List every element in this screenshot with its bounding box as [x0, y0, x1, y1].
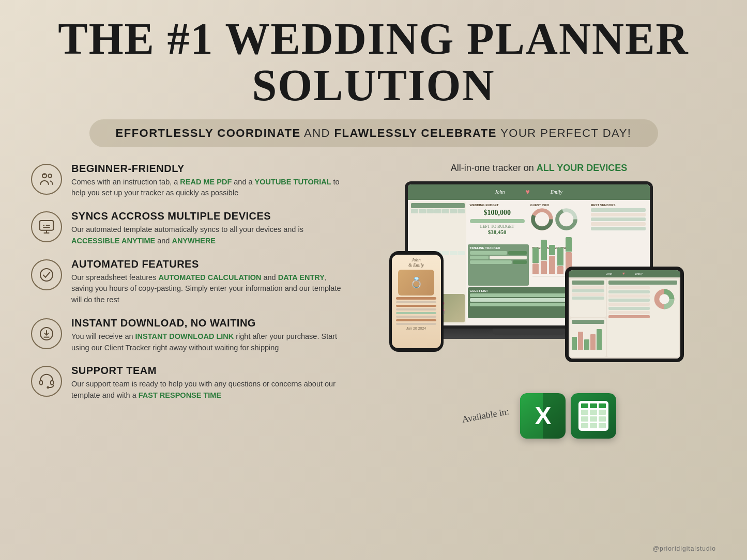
right-side: All-in-one tracker on ALL YOUR DEVICES J… [362, 163, 716, 439]
budget-amount: $100,000 [470, 209, 525, 217]
content-area: BEGINNER-FRIENDLY Comes with an instruct… [31, 163, 716, 439]
tablet-big-row [608, 307, 650, 310]
feature-automated-text: AUTOMATED FEATURES Our spreadsheet featu… [71, 258, 341, 306]
tablet-header: John ♥ Emily [569, 270, 680, 277]
phone-bar6 [396, 316, 436, 318]
sheets-cell-green [599, 403, 606, 409]
available-label: Available in: [461, 406, 510, 425]
guest-label: GUEST INFO [530, 204, 585, 207]
subtitle-banner: EFFORTLESSLY COORDINATE AND FLAWLESSLY C… [89, 119, 658, 147]
bar-budget [541, 261, 547, 274]
budget-bar [470, 219, 525, 223]
sheets-cell-light [581, 410, 588, 415]
feature-beginner-title: BEGINNER-FRIENDLY [71, 163, 341, 175]
sheets-cell-light [590, 416, 597, 422]
tablet-left [570, 279, 606, 357]
cal-cell [450, 209, 457, 213]
guest-donut [530, 208, 585, 241]
title-line1: THE #1 WEDDING PLANNER [58, 14, 689, 64]
sheets-cell-light [581, 416, 588, 422]
tracker-panel: TIMELINE TRACKER [468, 244, 529, 286]
phone-screen: John& Emily 💍 Jun 20 2024 [392, 255, 441, 348]
cal-cell [458, 209, 465, 213]
users-icon [31, 164, 62, 195]
excel-icon: X [520, 393, 566, 439]
read-me-link[interactable]: READ ME PDF [180, 178, 232, 186]
tablet-big-panel [607, 279, 679, 357]
tablet-right [607, 279, 679, 357]
vendor-rows [591, 208, 646, 230]
vendor-row [591, 227, 646, 230]
guest-cell [470, 303, 574, 306]
instant-link[interactable]: INSTANT DOWNLOAD LINK [135, 332, 234, 340]
fast-response-link[interactable]: FAST RESPONSE TIME [139, 391, 221, 399]
anywhere-link[interactable]: ANYWHERE [172, 237, 216, 245]
tablet-groom: John [606, 272, 612, 275]
tablet-panel1 [570, 279, 606, 318]
tablet-big-row [608, 294, 650, 298]
feature-automated-title: AUTOMATED FEATURES [71, 258, 341, 270]
devices-label: All-in-one tracker on ALL YOUR DEVICES [451, 163, 627, 174]
bar-group [541, 240, 547, 274]
feature-download: INSTANT DOWNLOAD, NO WAITING You will re… [31, 317, 341, 354]
sheets-cell-light [599, 410, 606, 415]
accessible-anytime-link[interactable]: ACCESSIBLE ANYTIME [71, 237, 155, 245]
phone-mockup: John& Emily 💍 Jun 20 2024 [389, 251, 444, 352]
tablet-bride: Emily [635, 272, 643, 275]
headset-icon [31, 366, 62, 397]
phone-bar5 [396, 312, 436, 314]
feature-support-title: SUPPORT TEAM [71, 365, 341, 377]
tracker-row [470, 251, 527, 255]
feature-syncs: SYNCS ACCROSS MULTIPLE DEVICES Our autom… [31, 210, 341, 247]
vendor-row [591, 213, 646, 216]
page-wrapper: THE #1 WEDDING PLANNER SOLUTION EFFORTLE… [0, 0, 747, 560]
cal-cell [442, 209, 449, 213]
heart-icon: ♥ [525, 188, 529, 196]
cal-cell [419, 209, 426, 213]
data-entry-link[interactable]: DATA ENTRY [278, 273, 325, 282]
cal-cell [426, 209, 434, 213]
tablet-panel2 [570, 318, 606, 357]
cal-header [411, 203, 465, 208]
bar-actual [541, 240, 547, 260]
t-bar [590, 334, 596, 350]
main-title: THE #1 WEDDING PLANNER SOLUTION [31, 15, 716, 109]
left-to-budget: LEFT TO BUDGET [470, 224, 525, 229]
svg-point-7 [47, 387, 49, 388]
youtube-tutorial-link[interactable]: YOUTUBE TUTORIAL [255, 178, 331, 186]
tablet-row [572, 293, 604, 296]
tracker-cell [508, 251, 527, 255]
bar-group [549, 245, 555, 274]
feature-automated-desc: Our spreadsheet features AUTOMATED CALCU… [71, 272, 341, 306]
t-bar [578, 332, 583, 350]
bar-group [557, 247, 563, 274]
spreadsheet-header-bar: John ♥ Emily [408, 184, 650, 200]
tracker-row [470, 260, 527, 264]
t-bar [584, 339, 589, 350]
cal-cell [450, 251, 457, 255]
bar-actual [566, 237, 572, 252]
download-svg-icon [38, 325, 55, 342]
remaining-amount: $38,450 [470, 229, 525, 235]
tablet-row [572, 286, 604, 289]
sheets-cell-light [590, 410, 597, 415]
tablet-big-row [608, 315, 650, 318]
phone-bar3 [396, 305, 436, 307]
sheets-cell-light [599, 423, 606, 428]
tablet-mockup: John ♥ Emily [565, 267, 684, 362]
guest-cell [470, 298, 574, 302]
subtitle-text: EFFORTLESSLY COORDINATE AND FLAWLESSLY C… [116, 127, 632, 140]
feature-support-text: SUPPORT TEAM Our support team is ready t… [71, 365, 341, 401]
tablet-big-row [608, 299, 650, 302]
devices-highlight: ALL YOUR DEVICES [537, 163, 627, 173]
budget-label: WEDDING BUDGET [470, 204, 525, 207]
svg-point-3 [40, 269, 53, 281]
auto-calc-link[interactable]: AUTOMATED CALCULATION [158, 273, 261, 282]
sheets-icon [571, 393, 616, 439]
tablet-content [569, 277, 680, 359]
check-circle-svg-icon [38, 267, 55, 283]
tablet-screen: John ♥ Emily [569, 270, 680, 359]
tracker-row [470, 256, 527, 259]
phone-date: Jun 20 2024 [406, 326, 426, 330]
bride-name: Emily [551, 189, 562, 195]
